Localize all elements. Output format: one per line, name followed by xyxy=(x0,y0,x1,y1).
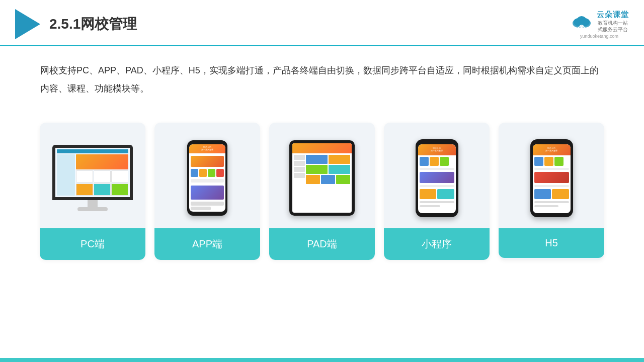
pad-image-area xyxy=(269,123,375,228)
description-text: 网校支持PC、APP、PAD、小程序、H5，实现多端打通，产品各终端自由切换，数… xyxy=(0,46,644,103)
page-header: 2.5.1网校管理 云朵课堂 教育机构一站式服务云平台 yunduoketang… xyxy=(0,0,644,46)
phone-icon-row-1 xyxy=(191,169,224,177)
screen-card-3 xyxy=(111,170,128,183)
pad-sidebar-1 xyxy=(294,155,305,160)
h5-line-4 xyxy=(534,205,558,207)
h5-top-bar-text: 职达人的第一堂兴趣课 xyxy=(545,147,557,152)
h5-line-1 xyxy=(534,168,569,170)
pad-sidebar-4 xyxy=(294,173,305,178)
phone-text-1 xyxy=(191,179,224,183)
pad-sidebar xyxy=(294,155,305,211)
mini-image-area: 职达人的第一堂兴趣课 xyxy=(384,123,490,228)
pad-label: PAD端 xyxy=(269,228,375,260)
bottom-accent-bar xyxy=(0,358,644,362)
device-card-pc: PC端 xyxy=(40,123,145,260)
h5-phone: 职达人的第一堂兴趣课 xyxy=(530,139,573,217)
h5-label: H5 xyxy=(499,228,604,258)
mini-line-2 xyxy=(420,185,454,187)
phone-icon-1 xyxy=(191,169,198,177)
description-paragraph: 网校支持PC、APP、PAD、小程序、H5，实现多端打通，产品各终端自由切换，数… xyxy=(40,61,604,98)
phone-text-2 xyxy=(191,202,224,205)
screen-cards-2 xyxy=(76,184,129,196)
mini-label: 小程序 xyxy=(384,228,490,260)
mini-icon-1 xyxy=(420,157,429,166)
h5-top-bar: 职达人的第一堂兴趣课 xyxy=(533,144,571,155)
h5-card-row xyxy=(534,189,569,199)
h5-card-1 xyxy=(534,189,551,199)
mini-line-4 xyxy=(420,205,440,207)
pad-screen xyxy=(292,143,352,213)
mini-card-2 xyxy=(437,189,454,199)
phone-icon-4 xyxy=(216,169,224,177)
pad-card-1 xyxy=(306,155,328,164)
device-card-pad: PAD端 xyxy=(269,123,375,260)
page-title: 2.5.1网校管理 xyxy=(49,15,137,34)
screen-banner xyxy=(76,154,129,169)
device-card-miniprogram: 职达人的第一堂兴趣课 xyxy=(384,123,490,260)
phone-body xyxy=(189,153,225,212)
mini-phone-screen: 职达人的第一堂兴趣课 xyxy=(418,144,456,213)
pad-row-2 xyxy=(306,165,350,174)
h5-line-3 xyxy=(534,201,569,203)
pc-image-area xyxy=(40,123,145,228)
h5-icon-2 xyxy=(544,157,553,166)
pad-frame xyxy=(289,140,355,216)
mini-line-3 xyxy=(420,201,454,203)
monitor-neck xyxy=(88,200,98,207)
logo-url: yunduoketang.com xyxy=(580,34,618,39)
brand-triangle-icon xyxy=(15,9,40,39)
h5-image-area: 职达人的第一堂兴趣课 xyxy=(499,123,604,228)
phone-screen-content: 职达人的第一堂兴趣课 xyxy=(189,144,225,212)
cloud-logo-icon: 云朵课堂 教育机构一站式服务云平台 xyxy=(570,10,629,33)
h5-line-2 xyxy=(534,185,569,187)
pad-top-bar xyxy=(292,143,352,153)
phone-text-3 xyxy=(191,207,211,210)
mini-line-1 xyxy=(420,168,454,170)
phone-notch xyxy=(201,141,213,144)
pad-body xyxy=(292,153,352,213)
screen-body xyxy=(57,154,128,196)
phone-top-bar: 职达人的第一堂兴趣课 xyxy=(189,144,225,153)
pad-sidebar-2 xyxy=(294,161,305,166)
phone-frame: 职达人的第一堂兴趣课 xyxy=(187,140,227,216)
device-cards-container: PC端 职达人的第一堂兴趣课 xyxy=(0,108,644,275)
h5-body xyxy=(533,155,571,213)
h5-phone-screen: 职达人的第一堂兴趣课 xyxy=(533,144,571,213)
pad-row-3 xyxy=(306,175,350,184)
mini-body xyxy=(418,155,456,213)
phone-icon-2 xyxy=(199,169,207,177)
screen-card-4 xyxy=(76,184,93,196)
pad-sidebar-3 xyxy=(294,167,305,172)
phone-icon-3 xyxy=(208,169,215,177)
h5-phone-notch xyxy=(546,141,557,144)
h5-banner xyxy=(534,172,569,183)
screen-main xyxy=(76,154,129,196)
pad-card-5 xyxy=(306,175,320,184)
app-phone: 职达人的第一堂兴趣课 xyxy=(187,140,227,216)
pad-card-2 xyxy=(329,155,350,164)
monitor-base xyxy=(77,207,108,211)
pad-main xyxy=(306,155,350,211)
h5-icon-row xyxy=(534,157,569,166)
phone-banner-2 xyxy=(191,186,224,200)
mini-phone: 职达人的第一堂兴趣课 xyxy=(416,139,458,217)
phone-screen: 职达人的第一堂兴趣课 xyxy=(189,144,225,212)
cloud-icon xyxy=(570,13,594,29)
screen-card-2 xyxy=(94,170,111,183)
phone-top-bar-text: 职达人的第一堂兴趣课 xyxy=(201,146,213,151)
logo-text: 云朵课堂 教育机构一站式服务云平台 xyxy=(597,10,629,33)
app-image-area: 职达人的第一堂兴趣课 xyxy=(154,123,260,228)
brand-logo: 云朵课堂 教育机构一站式服务云平台 yunduoketang.com xyxy=(570,10,629,39)
header-left: 2.5.1网校管理 xyxy=(15,9,137,39)
monitor-screen xyxy=(55,148,130,197)
pad-card-7 xyxy=(336,175,350,184)
pad-row-1 xyxy=(306,155,350,164)
pad-card-4 xyxy=(329,165,350,174)
h5-icon-1 xyxy=(534,157,543,166)
phone-banner-1 xyxy=(191,156,224,167)
logo-tagline: 教育机构一站式服务云平台 xyxy=(597,20,629,33)
mini-top-bar: 职达人的第一堂兴趣课 xyxy=(418,144,456,155)
screen-sidebar xyxy=(57,154,75,196)
pad-card-6 xyxy=(321,175,335,184)
screen-card-5 xyxy=(94,184,111,196)
